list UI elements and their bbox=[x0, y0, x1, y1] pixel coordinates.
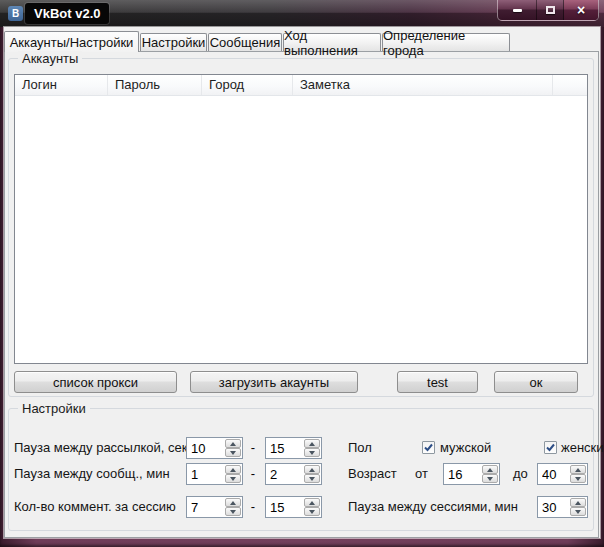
comments-to-spinner bbox=[265, 496, 322, 518]
spin-down-icon bbox=[309, 451, 315, 455]
spin-up-button[interactable] bbox=[225, 439, 241, 448]
minimize-button[interactable] bbox=[498, 0, 537, 20]
tab-messages[interactable]: Сообщения bbox=[208, 33, 282, 51]
spin-down-button[interactable] bbox=[225, 474, 241, 483]
spin-down-icon bbox=[575, 510, 581, 514]
spin-up-icon bbox=[230, 442, 236, 446]
session-pause-spinner bbox=[537, 496, 588, 518]
spin-down-button[interactable] bbox=[304, 448, 320, 457]
age-from-spinner bbox=[443, 463, 500, 485]
column-header-city[interactable]: Город bbox=[202, 75, 293, 95]
spin-up-icon bbox=[230, 501, 236, 505]
window-title: VkBot v2.0 bbox=[25, 3, 109, 24]
spin-updown bbox=[304, 498, 320, 516]
age-from-label: от bbox=[415, 463, 428, 485]
column-header-note[interactable]: Заметка bbox=[293, 75, 553, 95]
tab-city-detection[interactable]: Определение города bbox=[382, 33, 510, 51]
spin-up-icon bbox=[309, 468, 315, 472]
spin-down-icon bbox=[230, 477, 236, 481]
spin-down-icon bbox=[230, 451, 236, 455]
spin-updown bbox=[570, 498, 586, 516]
spin-down-button[interactable] bbox=[225, 448, 241, 457]
tab-label: Сообщения bbox=[210, 35, 281, 50]
check-icon bbox=[545, 442, 556, 453]
spin-up-button[interactable] bbox=[570, 465, 586, 474]
tab-label: Настройки bbox=[142, 35, 206, 50]
spin-up-button[interactable] bbox=[225, 465, 241, 474]
age-from-input[interactable] bbox=[445, 465, 482, 483]
spin-updown bbox=[304, 465, 320, 483]
gender-label: Пол bbox=[348, 437, 372, 459]
spin-down-button[interactable] bbox=[225, 507, 241, 516]
female-checkbox[interactable] bbox=[544, 441, 557, 454]
message-pause-label: Пауза между сообщ., мин bbox=[14, 463, 170, 485]
accounts-group-title: Аккаунты bbox=[18, 51, 82, 66]
spin-updown bbox=[225, 465, 241, 483]
message-pause-to-input[interactable] bbox=[267, 465, 304, 483]
window-controls: × bbox=[497, 0, 599, 21]
male-checkbox[interactable] bbox=[422, 441, 435, 454]
spin-down-icon bbox=[487, 477, 493, 481]
tab-settings[interactable]: Настройки bbox=[140, 33, 207, 51]
age-to-input[interactable] bbox=[539, 465, 570, 483]
tab-progress[interactable]: Ход выполнения bbox=[283, 33, 381, 51]
accounts-table-header: Логин Пароль Город Заметка bbox=[15, 75, 587, 96]
settings-group-title: Настройки bbox=[18, 401, 90, 416]
message-pause-from-spinner bbox=[186, 463, 243, 485]
spin-up-button[interactable] bbox=[304, 439, 320, 448]
range-dash: - bbox=[247, 437, 259, 459]
spin-up-button[interactable] bbox=[225, 498, 241, 507]
session-pause-label: Пауза между сессиями, мин bbox=[348, 496, 518, 518]
tab-label: Ход выполнения bbox=[284, 28, 380, 58]
titlebar[interactable]: B VkBot v2.0 × bbox=[0, 0, 604, 27]
range-dash: - bbox=[247, 496, 259, 518]
accounts-table-body[interactable] bbox=[15, 96, 587, 363]
session-pause-input[interactable] bbox=[539, 498, 570, 516]
button-label: список прокси bbox=[53, 375, 138, 390]
load-accounts-button[interactable]: загрузить акаунты bbox=[190, 371, 358, 393]
button-label: загрузить акаунты bbox=[219, 375, 329, 390]
spin-up-button[interactable] bbox=[482, 465, 498, 474]
spin-updown bbox=[225, 498, 241, 516]
range-dash: - bbox=[247, 463, 259, 485]
mailing-pause-from-spinner bbox=[186, 437, 243, 459]
mailing-pause-to-spinner bbox=[265, 437, 322, 459]
spin-down-button[interactable] bbox=[304, 507, 320, 516]
mailing-pause-to-input[interactable] bbox=[267, 439, 304, 457]
spin-down-button[interactable] bbox=[482, 474, 498, 483]
spin-down-button[interactable] bbox=[570, 474, 586, 483]
message-pause-from-input[interactable] bbox=[188, 465, 225, 483]
male-checkbox-label[interactable]: мужской bbox=[440, 437, 491, 459]
column-header-login[interactable]: Логин bbox=[15, 75, 108, 95]
female-checkbox-label[interactable]: женский bbox=[561, 437, 604, 459]
spin-up-icon bbox=[230, 468, 236, 472]
spin-up-icon bbox=[487, 468, 493, 472]
spin-down-button[interactable] bbox=[570, 507, 586, 516]
spin-up-button[interactable] bbox=[570, 498, 586, 507]
button-label: ок bbox=[530, 375, 543, 390]
maximize-button[interactable] bbox=[537, 0, 564, 20]
message-pause-to-spinner bbox=[265, 463, 322, 485]
check-icon bbox=[423, 442, 434, 453]
tab-label: Аккаунты/Настройки bbox=[10, 35, 134, 50]
spin-down-icon bbox=[309, 510, 315, 514]
test-button[interactable]: test bbox=[397, 371, 478, 393]
mailing-pause-from-input[interactable] bbox=[188, 439, 225, 457]
mailing-pause-label: Пауза между рассылкой, сек bbox=[14, 437, 188, 459]
comments-to-input[interactable] bbox=[267, 498, 304, 516]
age-to-label: до bbox=[513, 463, 528, 485]
tab-accounts-settings[interactable]: Аккаунты/Настройки bbox=[4, 31, 139, 52]
age-label: Возраст bbox=[348, 463, 397, 485]
comments-from-input[interactable] bbox=[188, 498, 225, 516]
spin-up-button[interactable] bbox=[304, 465, 320, 474]
proxy-list-button[interactable]: список прокси bbox=[14, 371, 177, 393]
spin-down-icon bbox=[230, 510, 236, 514]
ok-button[interactable]: ок bbox=[494, 371, 578, 393]
close-button[interactable]: × bbox=[564, 0, 598, 20]
accounts-table[interactable]: Логин Пароль Город Заметка bbox=[14, 74, 588, 364]
column-header-password[interactable]: Пароль bbox=[108, 75, 202, 95]
spin-down-button[interactable] bbox=[304, 474, 320, 483]
spin-down-icon bbox=[309, 477, 315, 481]
spin-up-button[interactable] bbox=[304, 498, 320, 507]
vk-app-icon-letter: B bbox=[12, 8, 19, 19]
